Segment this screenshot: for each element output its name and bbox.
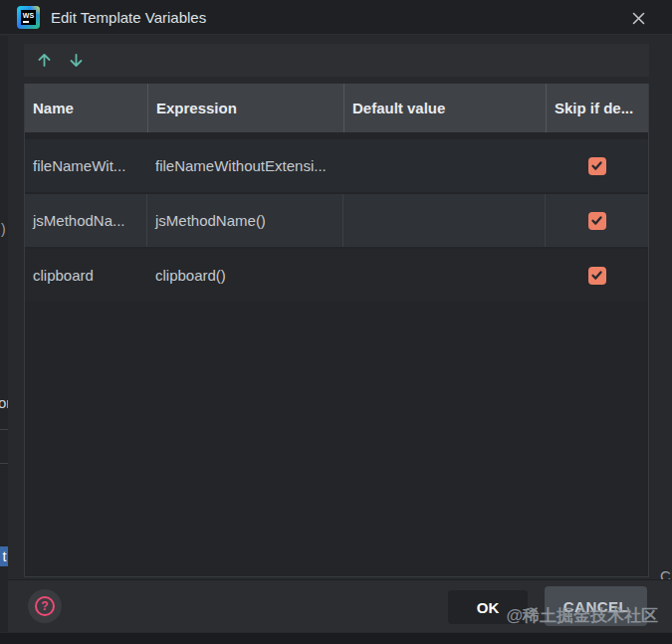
dialog-footer: ? OK CANCEL @稀土掘金技术社区 xyxy=(8,579,672,632)
help-icon: ? xyxy=(35,596,55,616)
watermark-text: @稀土掘金技术社区 xyxy=(506,604,658,627)
table-row[interactable]: fileNameWit... fileNameWithoutExtensi... xyxy=(25,139,648,192)
cell-skip-if-defined xyxy=(546,139,648,192)
close-button[interactable] xyxy=(626,6,650,30)
background-text-fragment: ) xyxy=(1,221,6,237)
cell-skip-if-defined xyxy=(546,249,648,302)
edit-template-variables-dialog: WS Edit Template Variables ) or t C xyxy=(0,0,672,644)
background-text-fragment: or xyxy=(0,394,8,411)
cell-default-value[interactable] xyxy=(343,249,546,302)
dialog-title: Edit Template Variables xyxy=(51,9,206,26)
column-header-name[interactable]: Name xyxy=(25,84,147,132)
help-button[interactable]: ? xyxy=(28,589,62,623)
column-header-default-value[interactable]: Default value xyxy=(343,84,546,132)
cell-name[interactable]: jsMethodNa... xyxy=(25,194,147,247)
variables-table: Name Expression Default value Skip if de… xyxy=(24,84,649,577)
table-body: fileNameWit... fileNameWithoutExtensi...… xyxy=(25,139,648,302)
cell-expression[interactable]: fileNameWithoutExtensi... xyxy=(147,139,343,192)
background-selected-text-fragment: t xyxy=(0,546,8,566)
cell-default-value[interactable] xyxy=(343,139,546,192)
skip-checkbox-checked[interactable] xyxy=(588,212,606,230)
cell-default-value[interactable] xyxy=(343,194,546,247)
checkmark-icon xyxy=(590,159,603,172)
cell-skip-if-defined xyxy=(546,194,648,247)
move-up-button[interactable] xyxy=(35,52,53,70)
table-toolbar xyxy=(24,44,649,77)
cell-expression[interactable]: jsMethodName() xyxy=(147,194,343,247)
dialog-titlebar: WS Edit Template Variables xyxy=(0,0,672,35)
checkmark-icon xyxy=(590,269,603,282)
background-divider xyxy=(0,463,8,464)
background-divider xyxy=(0,429,8,430)
webstorm-logo-text: WS xyxy=(21,10,36,25)
column-header-skip-if-defined[interactable]: Skip if de... xyxy=(546,84,648,132)
cell-name[interactable]: fileNameWit... xyxy=(25,139,147,192)
table-row[interactable]: clipboard clipboard() xyxy=(25,249,648,302)
checkmark-icon xyxy=(590,214,603,227)
table-row-selected[interactable]: jsMethodNa... jsMethodName() xyxy=(25,194,648,247)
arrow-down-icon xyxy=(68,52,85,69)
arrow-up-icon xyxy=(36,52,53,69)
skip-checkbox-checked[interactable] xyxy=(588,157,606,175)
background-ide-strip: ) or t xyxy=(0,36,8,632)
cell-name[interactable]: clipboard xyxy=(25,249,147,302)
column-header-expression[interactable]: Expression xyxy=(147,84,343,132)
cell-expression[interactable]: clipboard() xyxy=(147,249,343,302)
skip-checkbox-checked[interactable] xyxy=(588,267,606,285)
table-header-row: Name Expression Default value Skip if de… xyxy=(25,84,648,132)
close-icon xyxy=(631,11,646,26)
webstorm-logo-icon: WS xyxy=(17,6,40,29)
background-ide-bottom-strip xyxy=(0,633,672,644)
move-down-button[interactable] xyxy=(67,52,85,70)
